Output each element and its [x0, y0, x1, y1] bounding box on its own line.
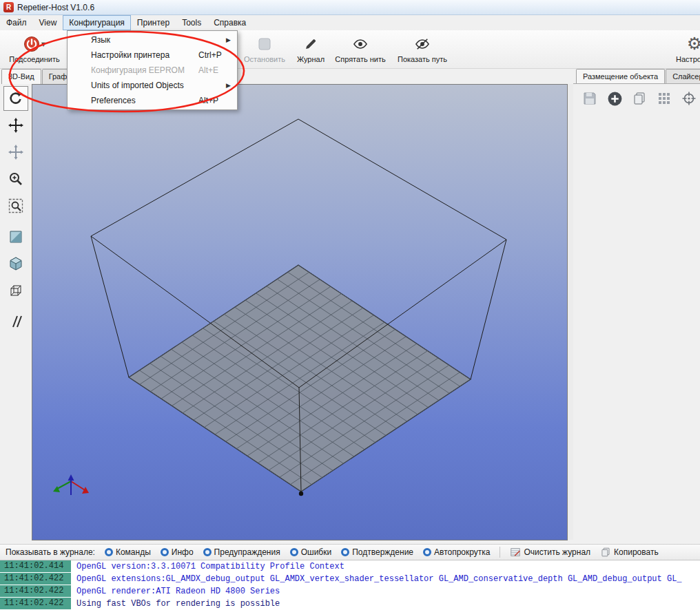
menu-printer[interactable]: Принтер — [131, 15, 176, 30]
clear-log-button[interactable]: Очистить журнал — [510, 547, 590, 558]
window-title: Repetier-Host V1.0.6 — [17, 3, 94, 12]
object-toolbar — [573, 84, 700, 107]
config-dropdown-menu: Язык ▶ Настройки принтера Ctrl+P Конфигу… — [67, 30, 238, 110]
add-object-button[interactable] — [606, 90, 623, 107]
log-timestamp: 11:41:02.414 — [0, 560, 71, 572]
log-message: OpenGL renderer:ATI Radeon HD 4800 Serie… — [76, 587, 280, 596]
tab-object-placement[interactable]: Размещение объекта — [576, 69, 665, 84]
target-icon — [681, 91, 697, 106]
filter-errors-toggle[interactable]: Ошибки — [290, 547, 332, 557]
log-timestamp: 11:41:02.422 — [0, 573, 71, 585]
log-view[interactable]: 11:41:02.414 OpenGL version:3.3.10071 Co… — [0, 560, 700, 610]
show-travel-button[interactable]: Показать путь — [391, 32, 453, 67]
move-object-button[interactable] — [3, 113, 28, 138]
repetier-host-window: R Repetier-Host V1.0.6 Файл View Конфигу… — [0, 0, 700, 610]
zoom-fit-button[interactable] — [3, 193, 28, 218]
stop-button: Остановить — [238, 32, 291, 67]
clear-log-icon — [510, 547, 521, 558]
filter-ack-toggle[interactable]: Подтверждение — [341, 547, 413, 557]
grid-array-icon — [657, 91, 672, 106]
menu-config[interactable]: Конфигурация — [63, 15, 131, 30]
menu-item-preferences[interactable]: Preferences Alt+P — [68, 93, 237, 108]
tab-slicer[interactable]: Слайсер — [666, 69, 700, 84]
menu-item-language[interactable]: Язык ▶ — [68, 32, 237, 48]
menu-item-label: Язык — [91, 35, 110, 45]
settings-button[interactable]: ⚙ Настройки — [667, 32, 700, 67]
log-timestamp: 11:41:02.422 — [0, 585, 71, 597]
view-tool-strip — [0, 84, 31, 539]
connect-button[interactable]: ▼ Подсоединить — [3, 32, 66, 67]
rotate-view-button[interactable] — [3, 86, 28, 111]
submenu-arrow-icon: ▶ — [226, 82, 231, 89]
copy-log-button[interactable]: Копировать — [600, 547, 659, 558]
menu-item-label: Units of imported Objects — [91, 81, 184, 90]
stop-icon — [257, 36, 272, 52]
filter-warnings-toggle[interactable]: Предупраждения — [203, 547, 280, 557]
menu-item-import-units[interactable]: Units of imported Objects ▶ — [68, 78, 237, 93]
view-cube-button[interactable] — [3, 278, 28, 303]
eye-icon — [351, 37, 369, 51]
gear-icon: ⚙ — [687, 36, 700, 52]
filter-dot-icon — [105, 548, 113, 556]
menu-file[interactable]: Файл — [0, 15, 33, 30]
front-view-icon — [8, 229, 24, 245]
menu-item-label: Настройки принтера — [91, 50, 169, 60]
connect-label: Подсоединить — [9, 55, 59, 63]
menu-help[interactable]: Справка — [207, 15, 252, 30]
title-bar: R Repetier-Host V1.0.6 — [0, 0, 700, 15]
move-printhead-icon — [8, 144, 24, 160]
app-logo-icon: R — [3, 2, 14, 12]
filter-autoscroll-toggle[interactable]: Автопрокрутка — [423, 547, 490, 557]
hide-filament-button[interactable]: Спрятать нить — [331, 32, 390, 67]
right-panel-tab-bar: Размещение объекта Слайсер — [576, 69, 700, 84]
pencil-icon — [303, 36, 318, 52]
submenu-arrow-icon: ▶ — [226, 36, 231, 43]
eye-off-icon — [413, 37, 431, 51]
menu-item-label: Preferences — [91, 96, 136, 105]
save-object-button — [581, 90, 598, 107]
menu-bar: Файл View Конфигурация Принтер Tools Спр… — [0, 15, 700, 30]
tab-3d-view[interactable]: 3D-Вид — [1, 69, 41, 84]
hide-filament-label: Спрятать нить — [335, 55, 385, 63]
menu-tools[interactable]: Tools — [176, 15, 207, 30]
dropdown-arrow-icon[interactable]: ▼ — [41, 41, 45, 48]
panel-splitter[interactable] — [568, 84, 573, 540]
center-object-button[interactable] — [681, 90, 697, 107]
log-filter-label: Показывать в журнале: — [6, 547, 95, 557]
menu-item-shortcut: Alt+P — [198, 96, 218, 105]
log-message: OpenGL extensions:GL_AMDX_debug_output G… — [76, 574, 682, 584]
menu-view[interactable]: View — [33, 15, 63, 30]
show-travel-label: Показать путь — [398, 55, 447, 63]
log-filter-bar: Показывать в журнале: Команды Инфо Преду… — [0, 544, 700, 560]
filter-info-toggle[interactable]: Инфо — [161, 547, 194, 557]
zoom-fit-icon — [8, 198, 24, 214]
move-printhead-button[interactable] — [3, 140, 28, 165]
plus-circle-icon — [607, 91, 623, 107]
view-iso-button[interactable] — [3, 251, 28, 276]
menu-item-label: Конфигурация EEPROM — [91, 65, 185, 75]
log-row: 11:41:02.422 OpenGL extensions:GL_AMDX_d… — [0, 573, 700, 585]
object-placement-panel — [573, 83, 700, 544]
menu-item-eeprom-config: Конфигурация EEPROM Alt+E — [68, 63, 237, 78]
menu-item-shortcut: Alt+E — [198, 65, 218, 75]
iso-cube-icon — [8, 255, 24, 272]
settings-label: Настройки — [676, 55, 700, 63]
menu-item-shortcut: Ctrl+P — [198, 50, 222, 60]
power-icon — [23, 36, 40, 52]
log-message: Using fast VBOs for rendering is possibl… — [76, 599, 280, 609]
copy-icon — [632, 91, 647, 106]
rotate-icon — [8, 90, 24, 107]
log-label: Журнал — [297, 55, 325, 63]
copy-object-button[interactable] — [631, 90, 648, 107]
filter-dot-icon — [423, 548, 431, 556]
log-row: 11:41:02.422 Using fast VBOs for renderi… — [0, 598, 700, 609]
menu-item-printer-settings[interactable]: Настройки принтера Ctrl+P — [68, 48, 237, 63]
toggle-log-button[interactable]: Журнал — [292, 32, 329, 67]
autoposition-button[interactable] — [656, 90, 672, 107]
zoom-in-button[interactable] — [3, 167, 28, 191]
parallel-projection-button[interactable] — [3, 309, 28, 334]
view-front-button[interactable] — [3, 224, 28, 249]
stop-label: Остановить — [244, 55, 285, 63]
filter-commands-toggle[interactable]: Команды — [105, 547, 151, 557]
print-volume-canvas[interactable] — [32, 84, 568, 540]
